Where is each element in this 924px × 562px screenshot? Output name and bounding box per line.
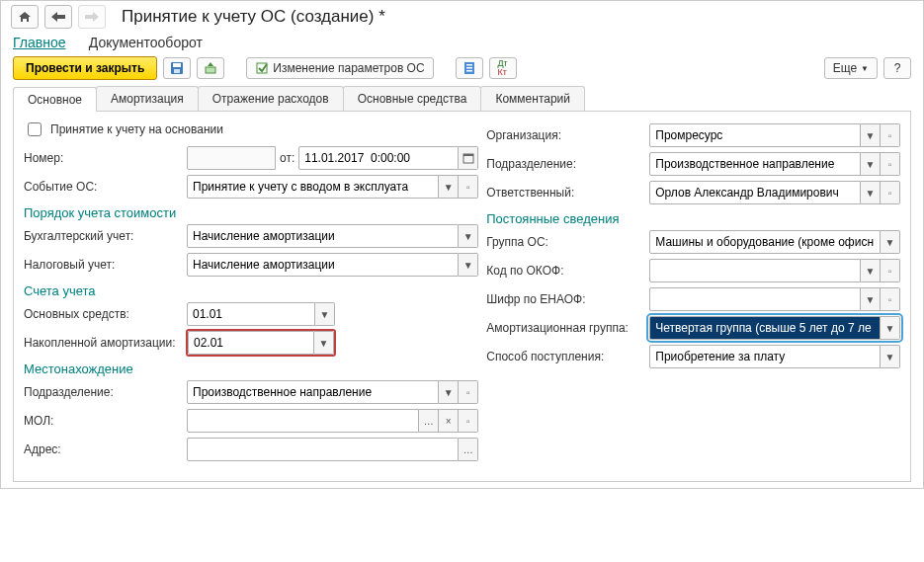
sub-tabs: Основное Амортизация Отражение расходов … [13,86,911,112]
section-cost-title: Порядок учета стоимости [24,205,478,220]
amort-account-label: Накопленной амортизации: [24,336,187,350]
asset-account-label: Основных средств: [24,307,187,321]
left-column: Принятие к учету на основании Номер: от: [24,120,478,465]
basis-checkbox-row: Принятие к учету на основании [24,120,478,139]
more-label: Еще [833,61,857,75]
dropdown-icon[interactable]: ▼ [439,175,459,199]
open-icon[interactable]: ▫ [881,123,900,147]
open-icon[interactable]: ▫ [459,175,478,199]
dropdown-icon[interactable]: ▼ [881,345,900,368]
resp-label: Ответственный: [486,186,649,200]
dropdown-icon[interactable]: ▼ [861,123,881,147]
change-params-button[interactable]: Изменение параметров ОС [246,57,433,79]
dropdown-icon[interactable]: ▼ [315,302,335,326]
svg-rect-3 [206,67,215,73]
address-label: Адрес: [24,442,187,456]
event-label: Событие ОС: [24,180,187,194]
tab-comment[interactable]: Комментарий [480,86,585,111]
method-input[interactable] [649,345,881,368]
right-column: Организация: ▼ ▫ Подразделение: ▼ ▫ Отве… [486,120,900,465]
save-button[interactable] [163,57,191,79]
dropdown-icon[interactable]: ▼ [459,253,478,277]
open-icon[interactable]: ▫ [881,181,900,204]
ellipsis-icon[interactable]: … [419,409,439,433]
dropdown-icon[interactable]: ▼ [439,380,459,404]
main-tabs: Главное Документооборот [1,29,923,50]
section-accounts-title: Счета учета [24,283,478,298]
open-icon[interactable]: ▫ [881,287,900,311]
dropdown-icon[interactable]: ▼ [314,331,334,355]
tax-input[interactable] [187,253,459,277]
enaof-input[interactable] [649,287,861,311]
tab-expenses[interactable]: Отражение расходов [198,86,344,111]
svg-rect-1 [173,63,181,67]
method-label: Способ поступления: [486,350,649,363]
mol-input[interactable] [187,409,419,433]
amgrp-input[interactable] [649,316,881,340]
tab-main[interactable]: Основное [13,87,97,112]
svg-rect-10 [463,154,473,156]
mol-label: МОЛ: [24,414,187,428]
address-input[interactable] [187,438,459,461]
event-input[interactable] [187,175,439,199]
help-button[interactable]: ? [883,57,911,79]
toolbar: Провести и закрыть Изменение параметров … [1,50,923,86]
change-params-label: Изменение параметров ОС [273,61,424,75]
basis-checkbox-label: Принятие к учету на основании [50,122,223,136]
post-and-close-button[interactable]: Провести и закрыть [13,56,157,80]
open-icon[interactable]: ▫ [459,409,478,433]
window-title: Принятие к учету ОС (создание) * [122,7,385,27]
main-tab-docflow[interactable]: Документооборот [89,35,203,50]
dropdown-icon[interactable]: ▼ [861,287,881,311]
open-icon[interactable]: ▫ [881,259,900,282]
basis-checkbox[interactable] [28,122,42,136]
svg-rect-8 [466,70,472,72]
dropdown-icon[interactable]: ▼ [881,316,900,340]
ellipsis-icon[interactable]: … [459,438,478,461]
dropdown-icon[interactable]: ▼ [861,259,881,282]
clear-icon[interactable]: × [439,409,459,433]
more-button[interactable]: Еще ▼ [824,57,878,79]
window: Принятие к учету ОС (создание) * Главное… [0,0,924,489]
tab-assets[interactable]: Основные средства [343,86,482,111]
dropdown-icon[interactable]: ▼ [459,224,478,248]
forward-button [78,5,106,29]
from-label: от: [280,151,294,165]
rdept-input[interactable] [649,152,861,176]
section-location-title: Местонахождение [24,361,478,376]
date-input[interactable] [298,146,459,170]
calendar-icon[interactable] [459,146,478,170]
dropdown-icon[interactable]: ▼ [861,181,881,204]
chevron-down-icon: ▼ [861,64,869,73]
amgrp-label: Амортизационная группа: [486,321,649,335]
org-input[interactable] [649,123,861,147]
dropdown-icon[interactable]: ▼ [861,152,881,176]
svg-rect-6 [466,64,472,66]
asset-account-input[interactable] [187,302,315,326]
open-icon[interactable]: ▫ [881,152,900,176]
section-const-title: Постоянные сведения [486,211,900,226]
home-button[interactable] [11,5,39,29]
group-input[interactable] [649,230,881,254]
okof-input[interactable] [649,259,861,282]
tab-amortization[interactable]: Амортизация [96,86,199,111]
resp-input[interactable] [649,181,861,204]
dropdown-icon[interactable]: ▼ [881,230,900,254]
dtk-button[interactable]: ДтКт [489,57,517,79]
svg-rect-7 [466,67,472,69]
tax-label: Налоговый учет: [24,258,187,272]
dept-label: Подразделение: [24,385,187,399]
back-button[interactable] [44,5,72,29]
dept-input[interactable] [187,380,439,404]
buh-label: Бухгалтерский учет: [24,229,187,243]
amort-account-input[interactable] [188,331,314,355]
main-tab-main[interactable]: Главное [13,35,66,50]
report-button[interactable] [456,57,483,79]
svg-rect-2 [174,69,180,73]
open-icon[interactable]: ▫ [459,380,478,404]
org-label: Организация: [486,128,649,142]
enaof-label: Шифр по ЕНАОФ: [486,292,649,306]
number-input[interactable] [187,146,276,170]
post-button[interactable] [197,57,224,79]
buh-input[interactable] [187,224,459,248]
